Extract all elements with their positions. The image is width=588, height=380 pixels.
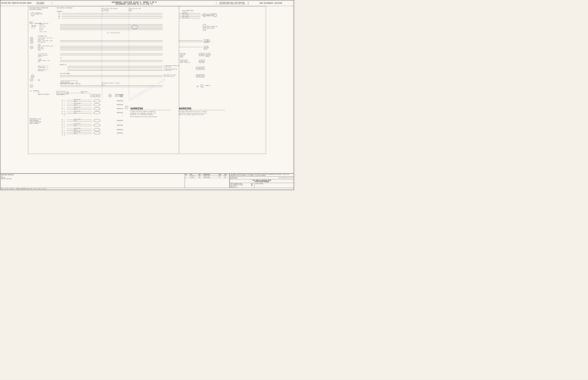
svg-text:FOR 4-20MA: FOR 4-20MA <box>180 54 185 56</box>
svg-text:D1-: D1- <box>62 126 63 127</box>
svg-text:+: + <box>102 83 103 85</box>
svg-text:D1+: D1+ <box>62 124 63 125</box>
svg-text:POWER INPUT (10.4VDC - 36 VDC): POWER INPUT (10.4VDC - 36 VDC) <box>60 83 81 84</box>
svg-text:PIN 6    PIN 2: PIN 6 PIN 2 <box>182 14 189 16</box>
explosion-seals: EXPLOSION-PROOF SEAL (FIELD PROVIDED) EX… <box>216 2 248 4</box>
filename-text: FILENAME: DMC004936J1.DWG, DATE: 11-23-1… <box>16 188 47 189</box>
svg-text:CONNECTIONS FOR: CONNECTIONS FOR <box>180 60 188 61</box>
svg-text:FOD01         FOD01: FOD01 FOD01 <box>38 39 44 40</box>
svg-text:50 FT. MAX.(RS232 ONLY): 50 FT. MAX.(RS232 ONLY) <box>107 32 120 33</box>
wiring-diagram: EXPLOSION PROOF TRANSMITTER ENCLOSURE AS… <box>0 6 294 173</box>
svg-text:RX-: RX- <box>58 18 60 19</box>
svg-text:7: 7 <box>64 128 65 130</box>
svg-text:4-20MA: 4-20MA <box>38 59 41 60</box>
svg-text:1: 1 <box>64 100 65 101</box>
svg-text:TO PREVENT IGNITION OF FLAMMAB: TO PREVENT IGNITION OF FLAMMABLE OR COMB… <box>130 111 155 112</box>
svg-text:1: 1 <box>204 25 205 27</box>
svg-text:1-360-03-066  1-360-03-014: 1-360-03-066 1-360-03-014 <box>38 38 53 38</box>
svg-text:10/100BASE T: 10/100BASE T <box>35 13 42 14</box>
svg-text:C1+: C1+ <box>62 103 63 105</box>
svg-text:PIN 1    PIN 3: PIN 1 PIN 3 <box>182 16 189 17</box>
svg-text:CPU MODULE P/N: CPU MODULE P/N <box>38 36 47 37</box>
svg-text:TRANSDUCER: TRANSDUCER <box>117 133 123 134</box>
svg-text:8: 8 <box>64 130 65 131</box>
svg-text:C1-: C1- <box>62 105 63 106</box>
svg-text:1: 1 <box>64 119 65 120</box>
svg-text:A1-: A1- <box>62 101 63 102</box>
svg-text:13: 13 <box>34 27 35 29</box>
svg-text:4: 4 <box>64 103 65 105</box>
svg-text:POWER IN: POWER IN <box>205 85 210 86</box>
svg-text:COM      COM: COM COM <box>39 24 43 25</box>
svg-text:6: 6 <box>32 14 33 15</box>
footer-bar: THIRD ANGLE PROJECTION ⊕ ◁ MATERIAL BLOC… <box>0 173 294 188</box>
svg-text:10: 10 <box>64 111 65 113</box>
svg-text:WHITE OR RED: WHITE OR RED <box>74 111 81 112</box>
main-title: HAZARDOUS LOCATION CLASS I, GROUP C OR D… <box>52 1 216 5</box>
main-title-line2: HAZARDOUS LOCATION Ex d ia IIB T4 <box>52 3 216 5</box>
svg-text:53: 53 <box>32 76 33 77</box>
svg-text:WHITE OR RED: WHITE OR RED <box>74 99 81 100</box>
electronics-label: 3810 SERIES ELECTRONICS <box>36 2 52 4</box>
svg-text:9: 9 <box>121 95 122 96</box>
svg-text:TO TEMPERATURE TRANSMITTER: TO TEMPERATURE TRANSMITTER <box>164 65 179 66</box>
svg-text:WHITE OR RED: WHITE OR RED <box>74 119 81 120</box>
svg-text:TO ETHERNET: TO ETHERNET <box>207 14 214 15</box>
dmc-numbers: DRN KDG DTE 09/29/10 CHK NO. <box>272 190 293 190</box>
svg-text:BLACK: BLACK <box>74 129 77 131</box>
svg-text:WHITE OR RED: WHITE OR RED <box>74 131 81 132</box>
rev-row-h: H 11/20/15 KVG ECO DMC-1586 CV KDC <box>185 177 229 178</box>
svg-text:ATMOSPHERES, READ, UNDERSTAND,: ATMOSPHERES, READ, UNDERSTAND, AND ADHER… <box>130 113 156 114</box>
svg-text:2: 2 <box>64 121 65 122</box>
svg-text:TX-: TX- <box>58 14 60 16</box>
svg-text:TRANSDUCER: TRANSDUCER <box>117 120 123 121</box>
svg-text:WHITE OR RED: WHITE OR RED <box>74 128 81 129</box>
svg-text:LOOP POWER FOR 4-20MA: LOOP POWER FOR 4-20MA <box>164 75 176 76</box>
svg-text:TX    TX-  TX-: TX TX- TX- <box>39 27 45 28</box>
svg-text:WARNING: WARNING <box>179 107 191 110</box>
svg-text:(PER LOCAL CODE): (PER LOCAL CODE) <box>132 8 141 9</box>
svg-text:OUTPUT 2: OUTPUT 2 <box>38 56 42 57</box>
svg-text:4-20MA  FOD4   AO2+: 4-20MA FOD4 AO2+ <box>38 53 47 55</box>
svg-text:DI1/FOD06          DI1: DI1/FOD06 DI1 <box>38 42 45 43</box>
svg-text:24V LOOP POWER: 24V LOOP POWER <box>60 73 70 74</box>
svg-text:8: 8 <box>64 109 65 110</box>
svg-text:(TEMPERATURE)    TT-: (TEMPERATURE) TT- <box>38 67 48 68</box>
svg-text:DEVICE: DEVICE <box>204 42 208 43</box>
svg-text:20: 20 <box>109 95 111 96</box>
svg-text:BLACK: BLACK <box>74 113 77 114</box>
svg-text:EXPLOSION PROOF TRANSMITTER: EXPLOSION PROOF TRANSMITTER <box>30 7 48 9</box>
svg-text:FOD03: FOD03 <box>38 50 41 51</box>
company-logo-row: DANIEL Daniel Measurement and Control <box>230 177 294 179</box>
svg-text:PC       HUB: PC HUB <box>182 12 186 13</box>
svg-text:BLACK: BLACK <box>74 120 77 121</box>
rev-header: REV DATE DRN DESCRIPTION CHKD APPD <box>185 174 229 175</box>
drawing-info: DRN KDG DTE 09/29/10 CHK NO. DMC-004936 … <box>270 190 293 190</box>
revision-table: REV DATE DRN DESCRIPTION CHKD APPD J 11/… <box>185 174 230 188</box>
svg-text:(2 FT. MAX.): (2 FT. MAX.) <box>57 94 64 95</box>
svg-text:RS232, RS485, OR: RS232, RS485, OR <box>207 26 217 27</box>
svg-text:GND3              FOD03: GND3 FOD03 <box>38 48 44 49</box>
svg-text:MANUFACTURER'S LIVE MAINTENANC: MANUFACTURER'S LIVE MAINTENANCE PROCEDUR… <box>130 114 153 115</box>
svg-text:10: 10 <box>31 41 33 43</box>
svg-text:D2-: D2- <box>62 109 63 110</box>
svg-text:RJ45 CONNECTIONS: RJ45 CONNECTIONS <box>182 10 193 11</box>
svg-text:19: 19 <box>67 93 68 94</box>
svg-text:WHITE OR RED: WHITE OR RED <box>74 107 81 108</box>
proj-file: PROJ. FILE NO. USM-01307 <box>1 188 14 189</box>
svg-text:(FIELD PROVIDED): (FIELD PROVIDED) <box>109 8 118 9</box>
svg-text:A2+: A2+ <box>62 132 63 133</box>
svg-text:TRANSDUCER: TRANSDUCER <box>117 100 123 102</box>
footer-left: THIRD ANGLE PROJECTION ⊕ ◁ MATERIAL BLOC… <box>0 174 185 188</box>
svg-text:FACTORY CABLE: FACTORY CABLE <box>57 93 64 94</box>
svg-text:4-20MA CURRENT: 4-20MA CURRENT <box>180 61 188 62</box>
svg-text:COMPUTER: COMPUTER <box>204 47 209 48</box>
svg-text:CHGND EXTERNAL (2 PLACES): CHGND EXTERNAL (2 PLACES) <box>105 82 120 84</box>
svg-text:33: 33 <box>202 76 204 77</box>
svg-text:GROUP 2  FOD03     GROUP 2 GND: GROUP 2 FOD03 GROUP 2 GND2 <box>38 46 53 47</box>
svg-text:DEVICE: DEVICE <box>204 48 208 50</box>
svg-text:250Vdc TO ANY TERMINAL CONNECT: 250Vdc TO ANY TERMINAL CONNECTION IN THI… <box>179 114 205 115</box>
svg-text:29: 29 <box>199 54 201 55</box>
svg-text:C2+: C2+ <box>62 128 63 130</box>
explosion-title: EXPLOSION PROOF TRANSMITTER ENCLOSURE AS… <box>1 2 32 4</box>
